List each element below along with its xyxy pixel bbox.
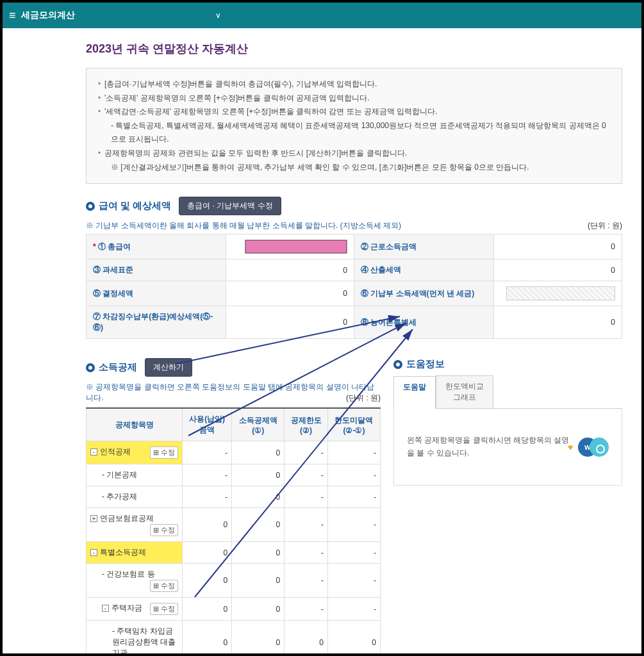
cell-value: - [327,486,380,508]
cell-value: - [327,564,380,598]
cell-value: 0 [232,564,285,598]
tab-graph[interactable]: 한도액비교 그래프 [436,375,493,408]
cell-value: 0 [226,281,354,306]
collapse-icon[interactable]: - [90,448,97,455]
deduction-item[interactable]: -주택자금⊞ 수정 [87,598,183,621]
cell-value: - [327,542,380,564]
info-line: - 특별소득공제, 특별세액공제, 월세세액세액공제 혜택이 표준세액공제액 1… [98,119,610,147]
salary-table: * ① 총급여 ② 근로소득금액 0 ③ 과세표준 0 ④ 산출세액 0 ⑤ 결… [86,234,622,339]
modify-button[interactable]: ⊞ 수정 [150,524,178,536]
cell-value: - [285,598,328,621]
edit-salary-button[interactable]: 총급여 · 기납부세액 수정 [179,197,281,215]
info-line: '소득공제' 공제항목명의 오른쪽 [+수정]버튼을 클릭하여 공제금액 입력합… [98,92,610,106]
cell-label: ① 총급여 [98,242,131,251]
cell-label: ⑦ 차감징수납부(환급)예상세액(⑤-⑥) [87,306,226,339]
th: 한도미달액 (②-①) [327,408,380,441]
modify-button[interactable]: ⊞ 수정 [150,603,178,615]
th: 공제항목명 [87,408,183,441]
info-line: [총급여·기납부세액 수정]버튼을 클릭하여 총급여(필수), 기납부세액 입력… [98,78,610,92]
collapse-icon[interactable]: - [90,549,97,556]
bullet-icon [86,202,95,211]
cell-label: ② 근로소득금액 [354,234,493,259]
help-mascot-icon: ♥ w [570,434,609,460]
cell-value: 0 [183,542,232,564]
prepaid-tax-field [506,286,615,300]
cell-value: - [285,486,328,508]
modify-button[interactable]: ⊞ 수정 [150,447,178,459]
bullet-icon [393,360,402,369]
deduction-item[interactable]: - 건강보험료 등⊞ 수정 [87,564,183,598]
cell-label: ④ 산출세액 [354,259,493,281]
salary-unit: (단위 : 원) [588,220,622,231]
collapse-icon[interactable]: - [102,605,109,612]
cell-value: - [183,441,232,464]
topbar-title: 세금모의계산 [21,10,75,21]
cell-value: - [285,441,328,464]
cell-label: ⑥ 기납부 소득세액(먼저 낸 세금) [354,281,493,306]
cell-value: 0 [232,542,285,564]
info-line: '세액감면·소득공제' 공제항목명의 오른쪽 [+수정]버튼을 클릭하여 감면 … [98,105,610,119]
cell-value: - [183,486,232,508]
cell-value: 0 [183,598,232,621]
info-box: [총급여·기납부세액 수정]버튼을 클릭하여 총급여(필수), 기납부세액 입력… [86,68,622,184]
th: 소득공제액 (①) [232,408,285,441]
cell-value: 0 [226,259,354,281]
total-salary-input[interactable] [245,240,347,254]
chevron-down-icon[interactable]: ∨ [215,11,221,20]
deduction-item[interactable]: - 추가공제 [87,486,183,508]
info-line: ※ [계산결과상세보기]버튼을 통하여 공제액, 추가납부 세액 확인 할 수 … [98,161,610,175]
cell-value: 0 [327,621,380,656]
deduct-section-title: 소득공제 [99,361,137,373]
cell-value: 0 [285,621,328,656]
help-body: 왼쪽 공제항목명을 클릭하시면 해당항목의 설명을 볼 수 있습니다. ♥ w [393,409,622,486]
cell-value: 0 [232,464,285,486]
cell-value: 0 [183,564,232,598]
modify-button[interactable]: ⊞ 수정 [150,580,178,592]
deduction-item[interactable]: - 주택임차 차입금 원리금상환액 대출기관 [87,621,183,656]
cell-value: 0 [494,306,622,339]
cell-value: - [285,508,328,542]
cell-value: 0 [494,234,622,259]
deduction-item[interactable]: -특별소득공제 [87,542,183,564]
cell-value: 0 [232,441,285,464]
cell-value: - [183,464,232,486]
calculate-button[interactable]: 계산하기 [145,358,192,377]
deduct-unit: (단위 : 원) [346,393,381,404]
help-section-title: 도움정보 [406,358,445,370]
salary-section-title: 급여 및 예상세액 [99,200,171,212]
menu-icon[interactable]: ≡ [9,9,16,22]
cell-value: - [327,441,380,464]
cell-value: 0 [232,621,285,656]
salary-note: ※ 기납부 소득세액이란 올해 회사를 통해 매월 납부한 소득세를 말합니다.… [86,221,401,230]
cell-value: 0 [183,621,232,656]
th: 사용(납입) 금액 [183,408,232,441]
cell-value: - [285,542,328,564]
deduction-item[interactable]: +연금보험료공제⊞ 수정 [87,508,183,542]
tab-help[interactable]: 도움말 [393,376,436,409]
help-text: 왼쪽 공제항목명을 클릭하시면 해당항목의 설명을 볼 수 있습니다. [407,434,570,459]
deduction-table: 공제항목명 사용(납입) 금액 소득공제액 (①) 공제한도 (②) 한도미달액… [86,407,381,656]
deduction-item[interactable]: -인적공제⊞ 수정 [87,441,183,464]
deduction-item[interactable]: - 기본공제 [87,464,183,486]
cell-value: 0 [494,259,622,281]
cell-value: - [327,464,380,486]
cell-value: - [285,464,328,486]
bullet-icon [86,363,95,372]
cell-value: - [285,564,328,598]
topbar: ≡ 세금모의계산 ∨ [3,3,641,28]
cell-value: 0 [232,508,285,542]
cell-value: 0 [226,306,354,339]
info-line: 공제항목명의 공제와 관련되는 값을 모두 입력한 후 반드시 [계산하기]버튼… [98,147,610,161]
cell-label: ③ 과세표준 [87,259,226,281]
collapse-icon[interactable]: + [90,515,97,522]
deduct-note: ※ 공제항목명을 클릭하면 오른쪽 도움정보의 도움말 탭에 공제항목의 설명이… [86,382,374,402]
cell-value: - [327,598,380,621]
cell-value: 0 [183,508,232,542]
cell-label: ⑤ 결정세액 [87,281,226,306]
help-tabs: 도움말 한도액비교 그래프 [393,375,622,409]
cell-value: 0 [232,486,285,508]
cell-value: - [327,508,380,542]
th: 공제한도 (②) [285,408,328,441]
page-title: 2023년 귀속 연말정산 자동계산 [86,41,622,56]
cell-label: ⑧ 농어촌특별세 [354,306,493,339]
